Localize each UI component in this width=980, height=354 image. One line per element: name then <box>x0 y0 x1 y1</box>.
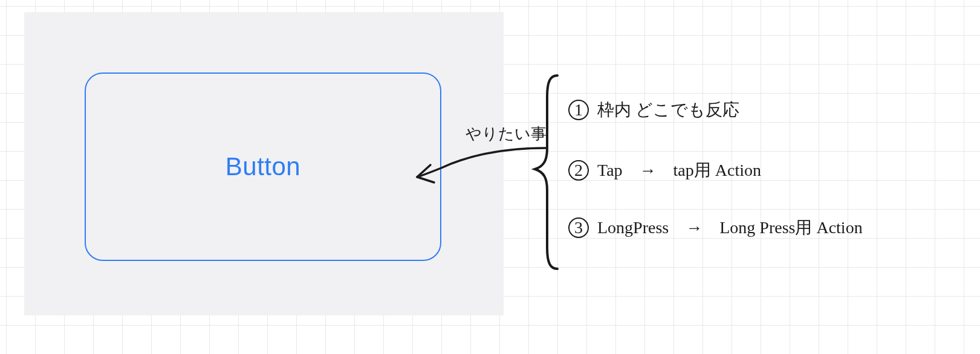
annotation-text-3: LongPress → Long Press用 Action <box>597 218 863 237</box>
annotation-item-3: 3LongPress → Long Press用 Action <box>568 217 863 238</box>
button-frame[interactable]: Button <box>85 72 441 261</box>
annotation-num-3: 3 <box>568 217 589 238</box>
button-label: Button <box>226 152 300 181</box>
annotation-num-1: 1 <box>568 100 589 120</box>
annotation-title: やりたい事 <box>466 124 547 143</box>
annotation-text-1: 枠内 どこでも反応 <box>597 100 739 119</box>
annotation-item-2: 2Tap → tap用 Action <box>568 160 761 181</box>
annotation-num-2: 2 <box>568 160 589 181</box>
canvas-panel: Button <box>24 12 504 315</box>
annotation-item-1: 1枠内 どこでも反応 <box>568 100 739 120</box>
annotation-text-2: Tap → tap用 Action <box>597 161 761 179</box>
